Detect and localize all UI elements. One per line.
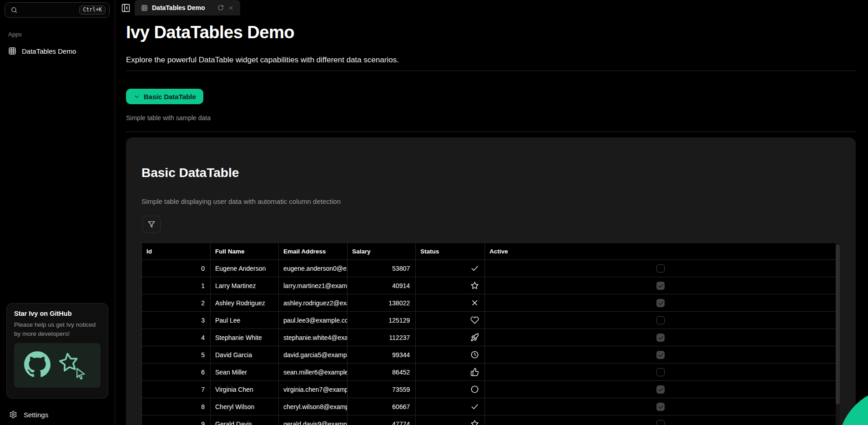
cell-salary: 60667 — [348, 398, 416, 415]
settings-label: Settings — [24, 411, 48, 419]
cell-status — [416, 346, 485, 364]
cell-full-name: Sean Miller — [211, 364, 279, 381]
table: IdFull NameEmail AddressSalaryStatusActi… — [141, 243, 836, 425]
cell-full-name: Larry Martinez — [211, 277, 279, 294]
cell-active — [485, 277, 836, 294]
active-checkbox[interactable] — [656, 351, 665, 359]
cell-email: virginia.chen7@example.com — [279, 381, 348, 398]
cell-full-name: Paul Lee — [211, 312, 279, 329]
cell-email: larry.martinez1@example.com — [279, 277, 348, 294]
column-header-active[interactable]: Active — [485, 243, 836, 260]
basic-datatable-section-button[interactable]: Basic DataTable — [126, 89, 203, 104]
github-card-image[interactable] — [14, 343, 101, 388]
check-icon — [470, 264, 479, 273]
cell-status — [416, 329, 485, 346]
cell-active — [485, 346, 836, 364]
table-header-row: IdFull NameEmail AddressSalaryStatusActi… — [142, 243, 836, 260]
active-checkbox[interactable] — [656, 264, 665, 273]
cell-id: 8 — [142, 398, 211, 415]
table-body: 0Eugene Andersoneugene.anderson0@example… — [142, 260, 836, 425]
cell-status — [416, 260, 485, 277]
close-icon[interactable] — [228, 5, 234, 11]
column-header-full-name[interactable]: Full Name — [211, 243, 279, 260]
tab-datatables-demo[interactable]: DataTables Demo — [135, 0, 240, 15]
github-promo-card[interactable]: Star Ivy on GitHub Please help us get Iv… — [6, 303, 108, 399]
scrollbar-thumb[interactable] — [836, 244, 840, 405]
cell-salary: 112237 — [348, 329, 416, 346]
card-title: Basic DataTable — [141, 166, 239, 180]
tab-bar: DataTables Demo — [115, 0, 868, 15]
table-row: 5David Garciadavid.garcia5@example.com99… — [142, 346, 836, 364]
table-row: 3Paul Leepaul.lee3@example.com125129 — [142, 312, 836, 329]
section-caption: Simple table with sample data — [126, 114, 211, 121]
clock-icon — [470, 350, 479, 359]
cell-email: cheryl.wilson8@example.com — [279, 398, 348, 415]
active-checkbox[interactable] — [656, 403, 665, 411]
refresh-icon[interactable] — [217, 5, 224, 11]
cell-full-name: Eugene Anderson — [211, 260, 279, 277]
active-checkbox[interactable] — [656, 334, 665, 342]
data-table: IdFull NameEmail AddressSalaryStatusActi… — [141, 243, 836, 425]
cell-active — [485, 260, 836, 277]
cell-active — [485, 364, 836, 381]
active-checkbox[interactable] — [656, 299, 665, 307]
cell-active — [485, 398, 836, 415]
active-checkbox[interactable] — [656, 316, 665, 324]
cell-active — [485, 381, 836, 398]
cell-salary: 47774 — [348, 415, 416, 425]
cell-active — [485, 294, 836, 312]
active-checkbox[interactable] — [656, 368, 665, 376]
check-icon — [470, 402, 479, 411]
cursor-icon — [74, 367, 88, 380]
table-grid-icon — [141, 5, 148, 11]
rocket-icon — [470, 333, 479, 342]
table-row: 1Larry Martinezlarry.martinez1@example.c… — [142, 277, 836, 294]
chevron-down-icon — [133, 93, 140, 100]
github-logo-icon — [24, 351, 50, 378]
cell-status — [416, 415, 485, 425]
cell-id: 5 — [142, 346, 211, 364]
column-header-status[interactable]: Status — [416, 243, 485, 260]
search-shortcut-badge: Ctrl+K — [79, 5, 106, 15]
table-row: 2Ashley Rodriguezashley.rodriguez2@examp… — [142, 294, 836, 312]
thumbs-up-icon — [470, 368, 479, 376]
cell-full-name: Gerald Davis — [211, 415, 279, 425]
sidebar-section-label: Apps — [8, 31, 22, 38]
active-checkbox[interactable] — [656, 282, 665, 290]
active-checkbox[interactable] — [656, 420, 665, 425]
table-scrollbar[interactable] — [836, 243, 840, 425]
search-box[interactable]: Ctrl+K — [5, 2, 110, 18]
column-header-email-address[interactable]: Email Address — [279, 243, 348, 260]
filter-button[interactable] — [142, 216, 161, 233]
cell-id: 9 — [142, 415, 211, 425]
tab-label: DataTables Demo — [152, 4, 213, 11]
sidebar-item-datatables-demo[interactable]: DataTables Demo — [4, 44, 111, 58]
cell-salary: 125129 — [348, 312, 416, 329]
cell-id: 1 — [142, 277, 211, 294]
filter-icon — [148, 221, 155, 228]
table-row: 7Virginia Chenvirginia.chen7@example.com… — [142, 381, 836, 398]
search-input[interactable] — [18, 6, 79, 14]
column-header-id[interactable]: Id — [142, 243, 211, 260]
x-icon — [470, 299, 479, 307]
settings-button[interactable]: Settings — [5, 408, 109, 421]
cell-id: 4 — [142, 329, 211, 346]
search-icon — [10, 6, 18, 14]
cell-salary: 53807 — [348, 260, 416, 277]
cell-email: eugene.anderson0@example.com — [279, 260, 348, 277]
section-button-label: Basic DataTable — [144, 93, 196, 101]
circle-icon — [470, 385, 479, 394]
cell-status — [416, 312, 485, 329]
cell-id: 6 — [142, 364, 211, 381]
active-checkbox[interactable] — [656, 385, 665, 394]
cell-full-name: Stephanie White — [211, 329, 279, 346]
cell-email: stephanie.white4@example.com — [279, 329, 348, 346]
cell-full-name: Cheryl Wilson — [211, 398, 279, 415]
cell-salary: 40914 — [348, 277, 416, 294]
cell-status — [416, 398, 485, 415]
gear-icon — [9, 410, 17, 419]
sidebar-collapse-button[interactable] — [120, 2, 131, 13]
cell-id: 3 — [142, 312, 211, 329]
star-icon — [470, 420, 479, 425]
column-header-salary[interactable]: Salary — [348, 243, 416, 260]
